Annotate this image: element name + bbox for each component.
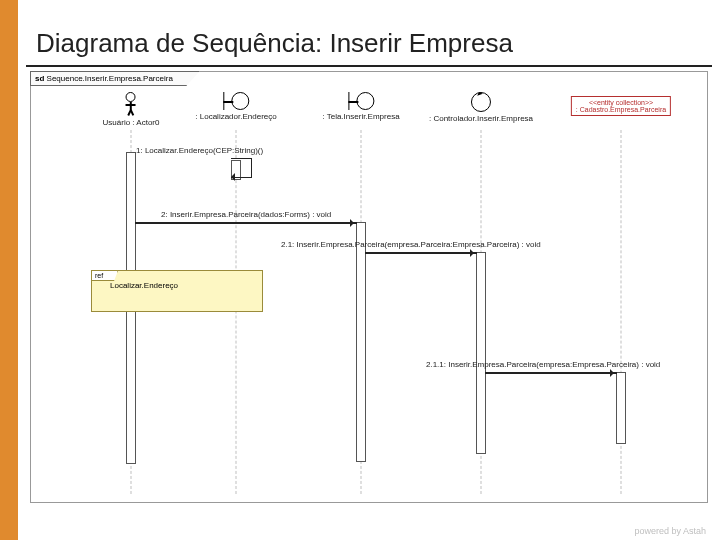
- actor-icon: [124, 92, 138, 116]
- page-title: Diagrama de Sequência: Inserir Empresa: [26, 0, 712, 67]
- self-message-arrow: [231, 158, 252, 178]
- lifeline-controlador: : Controlador.Inserir.Empresa: [429, 92, 533, 123]
- lifeline-cadastro: <<entity collection>> : Cadastro.Empresa…: [571, 96, 671, 116]
- message-2-1-1: 2.1.1: Inserir.Empresa.Parceira(empresa:…: [426, 360, 660, 369]
- accent-sidebar: [0, 0, 18, 540]
- activation-bar: [616, 372, 626, 444]
- message-2-1: 2.1: Inserir.Empresa.Parceira(empresa.Pa…: [281, 240, 541, 249]
- message-arrow: [135, 222, 357, 224]
- control-icon: [471, 92, 491, 112]
- ref-label: Localizar.Endereço: [92, 271, 262, 294]
- footer-watermark: powered by Astah: [634, 526, 706, 536]
- message-arrow: [365, 252, 477, 254]
- frame-label: sd Sequence.Inserir.Empresa.Parceira: [30, 71, 200, 86]
- message-arrow: [485, 372, 617, 374]
- lifeline-localizador: : Localizador.Endereço: [195, 92, 276, 121]
- activation-bar: [476, 252, 486, 454]
- boundary-icon: [223, 92, 249, 110]
- lifeline-line: [236, 130, 237, 494]
- boundary-icon: [348, 92, 374, 110]
- lifeline-actor: Usuário : Actor0: [103, 92, 160, 127]
- sequence-diagram: sd Sequence.Inserir.Empresa.Parceira Usu…: [30, 71, 708, 503]
- message-1: 1: Localizar.Endereço(CEP:String)(): [136, 146, 263, 155]
- entity-stereotype: <<entity collection>> : Cadastro.Empresa…: [571, 96, 671, 116]
- message-2: 2: Inserir.Empresa.Parceira(dados:Forms)…: [161, 210, 331, 219]
- slide-area: Diagrama de Sequência: Inserir Empresa s…: [18, 0, 720, 540]
- ref-fragment: ref Localizar.Endereço: [91, 270, 263, 312]
- ref-tag: ref: [91, 270, 118, 281]
- activation-bar: [356, 222, 366, 462]
- lifeline-tela: : Tela.Inserir.Empresa: [322, 92, 399, 121]
